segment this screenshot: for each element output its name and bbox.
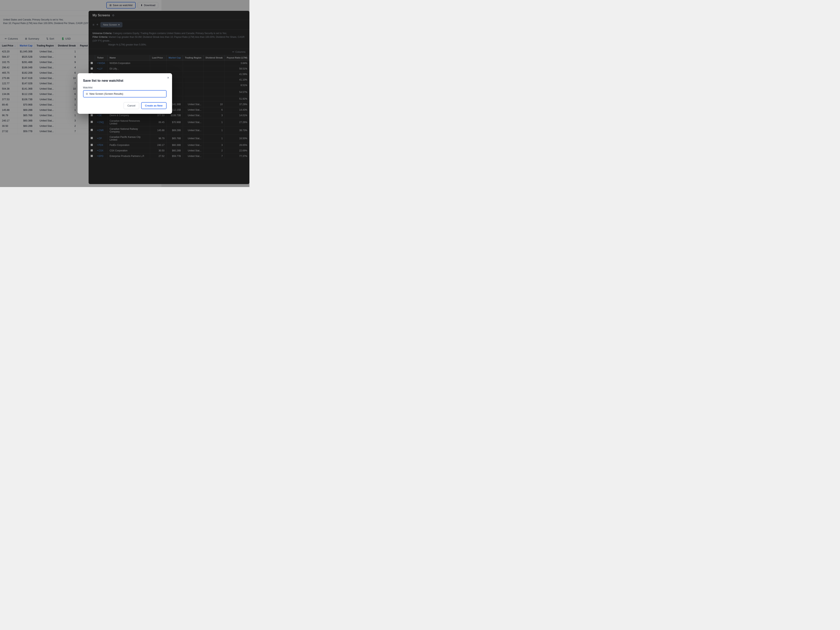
close-icon: × (167, 76, 169, 80)
watchlist-input-wrapper[interactable]: ⊞ (83, 90, 167, 98)
save-watchlist-modal: × Save list to new watchlist Watchlist ⊞… (77, 73, 172, 114)
cancel-button[interactable]: Cancel (124, 102, 139, 109)
modal-title: Save list to new watchlist (83, 79, 167, 83)
watchlist-input-icon: ⊞ (86, 92, 88, 95)
modal-overlay: × Save list to new watchlist Watchlist ⊞… (0, 0, 249, 187)
watchlist-label: Watchlist (83, 86, 167, 89)
modal-actions: Cancel Create as New (83, 102, 167, 109)
watchlist-name-input[interactable] (90, 92, 164, 95)
create-as-new-button[interactable]: Create as New (141, 102, 167, 109)
modal-close-button[interactable]: × (167, 76, 169, 79)
